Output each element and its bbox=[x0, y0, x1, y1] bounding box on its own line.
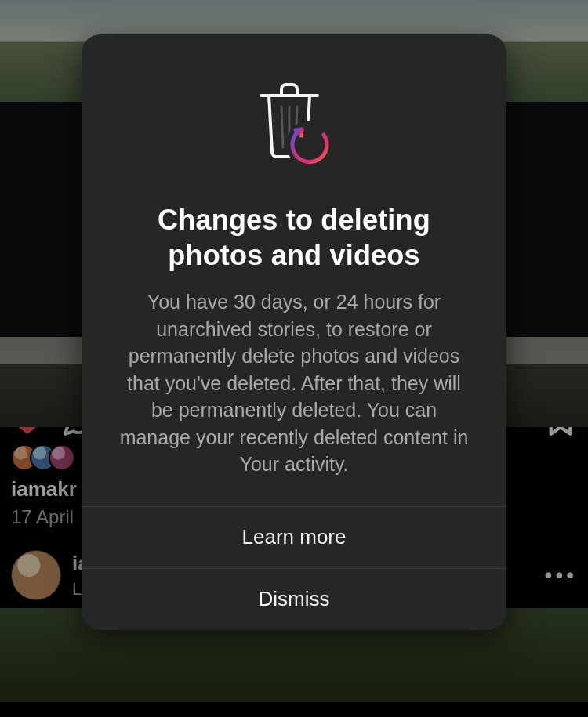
trash-restore-icon bbox=[110, 72, 478, 182]
modal-overlay: Changes to deleting photos and videos Yo… bbox=[0, 0, 588, 717]
delete-changes-modal: Changes to deleting photos and videos Yo… bbox=[82, 34, 506, 630]
modal-title: Changes to deleting photos and videos bbox=[118, 202, 470, 273]
learn-more-button[interactable]: Learn more bbox=[82, 506, 506, 568]
svg-line-1 bbox=[281, 107, 283, 147]
dismiss-button[interactable]: Dismiss bbox=[82, 568, 506, 630]
modal-body: Changes to deleting photos and videos Yo… bbox=[82, 34, 506, 506]
modal-description: You have 30 days, or 24 hours for unarch… bbox=[114, 288, 474, 478]
